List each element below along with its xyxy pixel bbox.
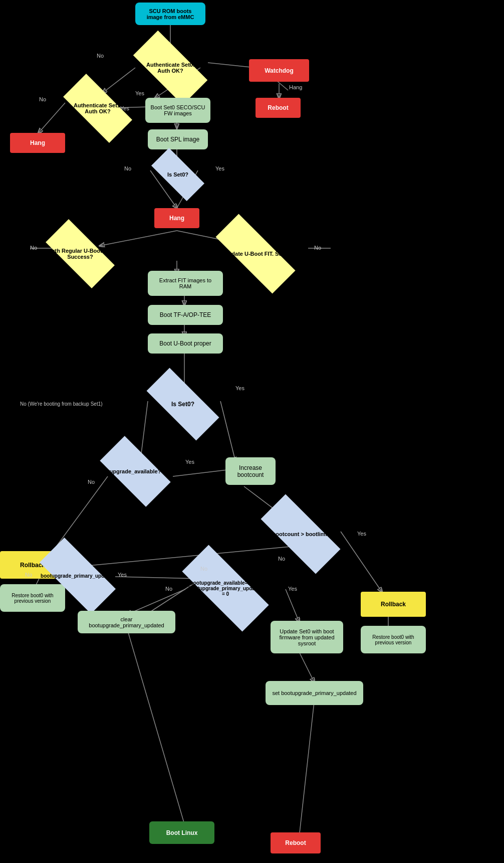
reboot2-node: Reboot xyxy=(271,832,321,853)
svg-line-35 xyxy=(299,702,314,837)
no-label-auth-set0: No xyxy=(97,53,104,59)
restore-boot0-2-node: Restore boot0 with previous version xyxy=(361,626,426,653)
watchdog-node: Watchdog xyxy=(249,59,309,82)
increase-bootcount-node: Increase bootcount xyxy=(225,457,276,485)
yes-label-upgrade-avail: Yes xyxy=(185,459,194,465)
yes-label-is-set0-b: Yes xyxy=(235,385,244,391)
svg-line-34 xyxy=(127,629,185,827)
hang-label-watchdog: Hang xyxy=(289,84,302,90)
boot-spl-node: Boot SPL image xyxy=(148,129,208,149)
is-set0-a-diamond: Is Set0? xyxy=(143,160,213,188)
no-label-auth-set1: No xyxy=(39,96,46,102)
arrows-svg xyxy=(0,0,504,863)
no-label-auth-regular: No xyxy=(30,245,37,251)
no-backup-label: No (We're booting from backup Set1) xyxy=(20,401,103,407)
no-label-upgrade-avail: No xyxy=(88,479,95,485)
boot-tfop-node: Boot TF-A/OP-TEE xyxy=(148,305,223,325)
no-label-bootupgrade-avail-and-up: No xyxy=(200,566,207,572)
reboot1-node: Reboot xyxy=(256,98,301,118)
bootupgrade-avail-and-diamond: bootupgrade_available=1 and bootupgrade_… xyxy=(165,566,286,611)
svg-line-33 xyxy=(299,652,314,682)
bootcount-gt-diamond: bootcount > bootlimit xyxy=(245,514,356,554)
upgrade-avail-diamond: upgrade_available? xyxy=(88,451,183,491)
no-label-bootcount-gt: No xyxy=(278,556,285,562)
scu-rom-node: SCU ROM boots image from eMMC xyxy=(135,3,205,25)
flowchart: SCU ROM boots image from eMMC Authentica… xyxy=(0,0,504,863)
boot-linux-node: Boot Linux xyxy=(149,821,214,844)
yes-label-bootupgrade-primary: Yes xyxy=(118,572,127,578)
no-label-is-set0-a: No xyxy=(124,165,131,171)
boot-uboot-node: Boot U-Boot proper xyxy=(148,333,223,354)
rollback2-node: Rollback xyxy=(361,592,426,617)
hang1-node: Hang xyxy=(10,133,65,153)
no-label-bootupgrade-primary: No xyxy=(25,572,32,578)
boot-set0-seco-node: Boot Set0 SECO/SCU FW images xyxy=(145,98,210,123)
clear-bootupgrade-node: clear bootupgrade_primary_updated xyxy=(78,611,175,633)
yes-label-auth-set1: Yes xyxy=(120,105,129,111)
svg-line-31 xyxy=(286,589,299,622)
auth-set1-diamond: Authenticate Set1. Auth OK? xyxy=(50,89,145,127)
yes-label-is-set0-a: Yes xyxy=(215,165,224,171)
hang2-node: Hang xyxy=(154,208,199,228)
auth-set0-diamond: Authenticate Set0. Auth OK? xyxy=(120,48,220,88)
update-set0-node: Update Set0 with boot firmware from upda… xyxy=(271,621,343,653)
auth-regular-diamond: Auth Regular U-Boot FIT. Success? xyxy=(33,235,128,272)
yes-label-bootcount-gt: Yes xyxy=(357,531,366,537)
no-label-bootupgrade-avail-and-left: No xyxy=(165,586,172,592)
is-set0-b-diamond: Is Set0? xyxy=(133,385,233,423)
auth-update-diamond: Auth Update U-Boot FIT. Success? xyxy=(198,235,313,272)
bootupgrade-primary-diamond: bootupgrade_primary_updated xyxy=(25,556,130,596)
yes-label-bootupgrade-avail-and: Yes xyxy=(288,586,297,592)
set-bootupgrade-node: set bootupgrade_primary_updated xyxy=(266,681,363,705)
extract-fit-node: Extract FIT images to RAM xyxy=(148,271,223,296)
no-label-auth-update: No xyxy=(314,245,321,251)
